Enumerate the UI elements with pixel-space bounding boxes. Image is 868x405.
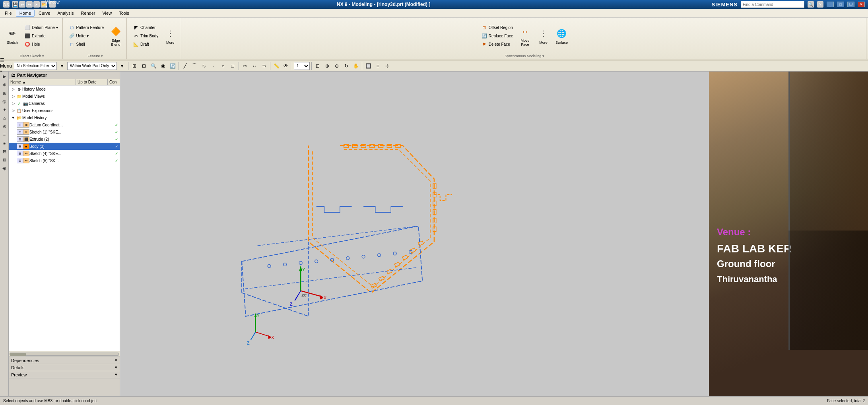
shell-button[interactable]: ◻ Shell [67, 40, 106, 48]
nav-scrollbar[interactable] [9, 351, 120, 357]
sidebar-cross-icon[interactable]: ⊠ [0, 156, 8, 164]
tree-expand-model-history[interactable]: ▼ [10, 115, 16, 120]
hole-button[interactable]: ⭕ Hole [22, 40, 60, 48]
menu-view[interactable]: View [99, 10, 115, 16]
tree-item-extrude2[interactable]: ⊞ ⬛ Extrude (2) ✓ [9, 136, 120, 143]
find-command-input[interactable] [741, 1, 804, 8]
tree-expand-model-views[interactable]: ▷ [10, 93, 16, 99]
work-part-arrow[interactable]: ▾ [118, 62, 126, 70]
arc-icon[interactable]: ⌒ [190, 62, 199, 70]
measure-icon[interactable]: 📏 [272, 62, 281, 70]
offset-icon[interactable]: ⊃ [260, 62, 268, 70]
help-icon[interactable]: ? [817, 1, 823, 8]
selection-filter-arrow[interactable]: ▾ [58, 62, 66, 70]
constraint-icon[interactable]: ◉ [159, 62, 167, 70]
preview-panel-header[interactable]: Preview ▾ [9, 371, 120, 378]
undo-quick-icon[interactable]: ↩ [19, 1, 25, 8]
scrollbar-track[interactable] [10, 353, 119, 356]
more2-button[interactable]: ⋮ More [535, 22, 551, 49]
unite-button[interactable]: 🔗 Unite ▾ [67, 32, 106, 40]
rectangle-icon[interactable]: □ [228, 62, 237, 70]
tree-item-datum-coord[interactable]: ⊞ ⊕ Datum Coordinat... ✓ [9, 121, 120, 128]
save-quick-icon[interactable]: 💾 [12, 1, 18, 8]
point-icon[interactable]: · [209, 62, 218, 70]
nav-col-name[interactable]: Name ▲ [9, 79, 76, 85]
details-panel-header[interactable]: Details ▾ [9, 364, 120, 371]
menu-tools[interactable]: Tools [116, 10, 132, 16]
menu-dropdown-button[interactable]: ☰ Menu ▾ [2, 62, 10, 70]
layers-icon[interactable]: ≡ [373, 62, 382, 70]
offset-region-button[interactable]: ⊡ Offset Region [479, 23, 515, 31]
select-all-icon[interactable]: ⊡ [140, 62, 148, 70]
close-button[interactable]: ✕ [858, 2, 865, 7]
tree-item-cameras[interactable]: ▷ ✓ 📷 Cameras [9, 100, 120, 107]
scrollbar-thumb[interactable] [10, 353, 26, 356]
extrude-button[interactable]: ⬛ Extrude [22, 32, 60, 40]
more1-button[interactable]: ⋮ More [162, 22, 179, 49]
tree-item-sketch4[interactable]: ⊞ ✏ Sketch (4) "SKE... ✓ [9, 150, 120, 157]
sidebar-home-icon[interactable]: ⌂ [0, 114, 8, 122]
snap-icon[interactable]: ⊞ [130, 62, 139, 70]
pattern-feature-button[interactable]: ⬡ Pattern Feature [67, 23, 106, 31]
display-icon[interactable]: 👁 [282, 62, 290, 70]
edge-blend-button[interactable]: 🔶 EdgeBlend [107, 22, 124, 49]
window-menu[interactable]: Window ▾ [49, 1, 56, 8]
menu-render[interactable]: Render [78, 10, 98, 16]
sidebar-diamond-icon[interactable]: ◈ [0, 139, 8, 147]
curve-icon[interactable]: ∿ [200, 62, 208, 70]
circle-icon[interactable]: ○ [219, 62, 227, 70]
move-face-button[interactable]: ↔ MoveFace [517, 22, 533, 49]
zoom-select[interactable]: 1 [294, 62, 310, 70]
cut-quick-icon[interactable]: ✂ [33, 1, 40, 8]
maximize-button[interactable]: □ [837, 2, 844, 7]
selection-filter-select[interactable]: No Selection Filter [14, 62, 57, 70]
minimize-button[interactable]: _ [827, 2, 834, 7]
sidebar-grid-icon[interactable]: ⊞ [0, 89, 8, 97]
fit-icon[interactable]: ⊡ [313, 62, 322, 70]
menu-file[interactable]: File [2, 10, 15, 16]
tree-item-body3[interactable]: ⊞ ■ Body (3) ✓ [9, 143, 120, 150]
trim-icon[interactable]: ✂ [241, 62, 249, 70]
sidebar-list-icon[interactable]: ≡ [0, 131, 8, 139]
zoom-out-icon[interactable]: ⊖ [332, 62, 341, 70]
refresh-icon[interactable]: 🔄 [168, 62, 177, 70]
nav-col-con[interactable]: Con [108, 79, 120, 85]
surface-button[interactable]: 🌐 Surface [553, 22, 570, 49]
tree-expand-history[interactable]: ▷ [10, 86, 16, 92]
replace-face-button[interactable]: 🔄 Replace Face [479, 32, 515, 40]
help-search-icon[interactable]: 🔍 [808, 1, 814, 8]
redo-quick-icon[interactable]: ↪ [26, 1, 33, 8]
line-icon[interactable]: ╱ [181, 62, 189, 70]
filter-icon[interactable]: 🔍 [149, 62, 158, 70]
sidebar-minus-icon[interactable]: ⊟ [0, 147, 8, 155]
sidebar-globe-icon[interactable]: ⊙ [0, 122, 8, 130]
app-icon[interactable]: NX [3, 1, 10, 8]
delete-face-button[interactable]: ✖ Delete Face [479, 40, 515, 48]
viewport[interactable]: Y X Z ZC Y X Z [120, 72, 709, 396]
tree-item-history-mode[interactable]: ▷ ⊕ History Mode [9, 85, 120, 93]
nav-col-date[interactable]: Up to Date [76, 79, 108, 85]
tree-item-model-views[interactable]: ▷ 📁 Model Views [9, 93, 120, 100]
restore-button[interactable]: ❐ [847, 2, 854, 7]
datum-plane-button[interactable]: ⬜ Datum Plane ▾ [22, 23, 60, 31]
sketch-button[interactable]: ✏ Sketch [4, 22, 21, 49]
sidebar-add-icon[interactable]: ⊕ [0, 81, 8, 89]
menu-curve[interactable]: Curve [35, 10, 53, 16]
draft-button[interactable]: 📐 Draft [131, 40, 160, 48]
menu-home[interactable]: Home [16, 10, 35, 17]
dependencies-panel-header[interactable]: Dependencies ▾ [9, 357, 120, 364]
rotate-icon[interactable]: ↻ [342, 62, 351, 70]
extend-icon[interactable]: ↔ [250, 62, 259, 70]
tree-item-sketch5[interactable]: ⊞ ✏ Sketch (5) "SK... ✓ [9, 157, 120, 164]
tree-item-model-history[interactable]: ▼ 📂 Model History [9, 114, 120, 121]
work-part-select[interactable]: Within Work Part Only [67, 62, 117, 70]
tree-item-user-expressions[interactable]: ▷ 📋 User Expressions [9, 107, 120, 114]
render-mode-icon[interactable]: 🔲 [364, 62, 373, 70]
sidebar-circle-icon[interactable]: ◎ [0, 97, 8, 105]
trim-body-button[interactable]: ✂ Trim Body [131, 32, 160, 40]
chamfer-button[interactable]: ◤ Chamfer [131, 23, 160, 31]
zoom-in-icon[interactable]: ⊕ [323, 62, 332, 70]
pan-icon[interactable]: ✋ [351, 62, 360, 70]
sidebar-select-icon[interactable]: ▶ [0, 72, 8, 80]
tree-expand-cameras[interactable]: ▷ [10, 101, 16, 106]
